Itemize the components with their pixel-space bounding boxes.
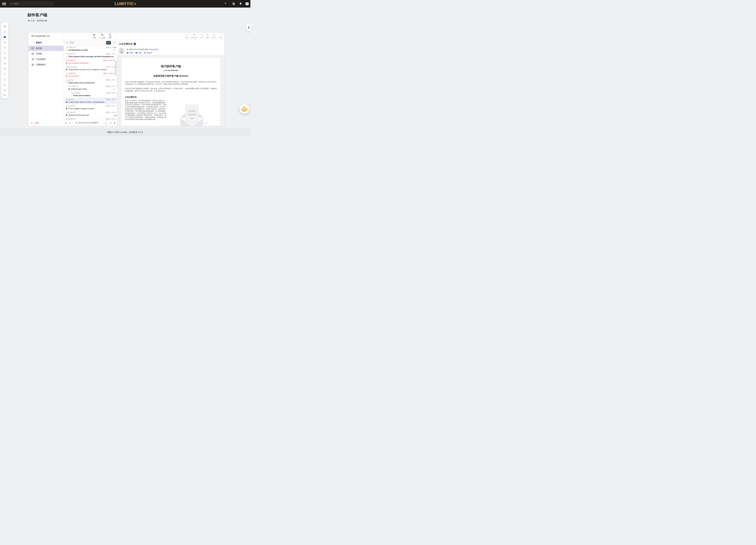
- sidebar-item-dashboard[interactable]: [2, 24, 7, 29]
- sidebar-item-contacts[interactable]: [2, 29, 7, 34]
- thread-collapse-icon[interactable]: [64, 81, 66, 82]
- compose-button[interactable]: 新邮件: [28, 40, 64, 46]
- replyAll-icon: [193, 33, 196, 36]
- dropdown-caret-icon[interactable]: [204, 36, 205, 37]
- top-navbar: 搜索 LUMYTIC T: [0, 0, 250, 8]
- message-row[interactable]: 占位示例文本 星期三 15:44 Fusce dapibus augue ac …: [64, 104, 117, 111]
- last-page-button[interactable]: »: [113, 122, 116, 124]
- toolbar-cursor-button[interactable]: 选择: [93, 33, 96, 39]
- tag-icon: [3, 73, 6, 75]
- info-icon: [135, 52, 137, 54]
- sidebar-item-tags[interactable]: [2, 71, 7, 77]
- breadcrumb-separator: ›: [36, 20, 36, 22]
- message-row[interactable]: 占位示例文本 星期三 15:44 Proin sed mi libero: [64, 91, 117, 98]
- message-详情-link[interactable]: 详情: [127, 52, 133, 54]
- language-globe-icon[interactable]: [232, 2, 235, 5]
- scroll-down-icon[interactable]: [114, 114, 116, 116]
- folder-send[interactable]: 已发送邮件: [28, 57, 64, 62]
- scope-envelope-button[interactable]: [106, 41, 111, 44]
- message-row[interactable]: Layla Hays 星期三 15:44 Morbi varius nunc s…: [64, 78, 117, 85]
- folders-column: 用户@您的域名.com 新邮件 收件箱草稿箱已发送邮件已删除邮件 注销: [28, 33, 64, 126]
- power-icon: [30, 122, 33, 124]
- store-icon: [3, 83, 6, 86]
- copyright-text: 版权 © 2025 Lumytic - 发布版本 3.2.0: [108, 131, 143, 134]
- sidebar-item-products[interactable]: [2, 40, 7, 45]
- next-page-button[interactable]: ›: [110, 122, 112, 124]
- search-icon: [66, 41, 68, 44]
- status-dot: [68, 88, 70, 90]
- folder-draft[interactable]: 草稿箱: [28, 51, 64, 57]
- sidebar-item-services[interactable]: [2, 45, 7, 50]
- sidebar-item-store[interactable]: [2, 82, 7, 87]
- sidebar-item-approvals[interactable]: [2, 50, 7, 55]
- mail-client-panel: 用户@您的域名.com 新邮件 收件箱草稿箱已发送邮件已删除邮件 注销 选择个人…: [28, 33, 224, 126]
- folder-inbox[interactable]: 收件箱: [28, 46, 64, 51]
- bookmark-icon: [213, 33, 216, 36]
- reader-ellipsis-button[interactable]: 更多: [219, 33, 222, 39]
- message-row[interactable]: 占位示例文本 星期三 15:44 pellentesque mollis: [64, 85, 117, 91]
- trash-icon: [31, 63, 34, 66]
- topbar-search-input[interactable]: 搜索: [9, 2, 54, 6]
- reader-bookmark-button[interactable]: 标记为: [212, 33, 217, 39]
- reader-replyAll-button[interactable]: 回复全部: [191, 33, 197, 39]
- breadcrumb-home-link[interactable]: 主页: [28, 19, 35, 22]
- notifications-bell-icon[interactable]: [239, 2, 242, 5]
- page-number-input[interactable]: 1: [103, 121, 109, 125]
- page-footer: 版权 © 2025 Lumytic - 发布版本 3.2.0: [0, 128, 250, 136]
- chatbot-robot-button[interactable]: [240, 104, 249, 114]
- menu-icon[interactable]: [2, 2, 6, 5]
- dropdown-caret-icon[interactable]: [198, 36, 199, 37]
- idcard-icon: [3, 94, 6, 97]
- sidebar-item-cards[interactable]: [2, 93, 7, 98]
- breadcrumb: 主页 › 邮件客户端: [28, 19, 47, 22]
- toolbar-sliders-button[interactable]: 个人选项: [99, 33, 105, 39]
- message-row[interactable]: Divine Shepard 星期三 15:44 Suspendisse id …: [64, 65, 117, 72]
- message-dateline: 在 2025-12-22 18:02 来自 Acme Corp: [127, 48, 158, 51]
- sidebar-item-archive[interactable]: [2, 55, 7, 61]
- user-avatar[interactable]: T: [223, 1, 228, 6]
- message-信头-link[interactable]: 信头: [135, 52, 142, 54]
- sidebar-item-business[interactable]: [2, 66, 7, 71]
- mail-shortcut-icon[interactable]: [245, 2, 249, 6]
- message-row[interactable]: 占位示例文本 星期三 15:44 pharetra lacinia quis s…: [64, 111, 117, 117]
- search-icon: [11, 3, 13, 5]
- ellipsis-icon: [219, 33, 222, 36]
- status-dot: [66, 101, 67, 103]
- status-dot: [66, 56, 67, 57]
- search-options-caret-icon[interactable]: [113, 42, 115, 44]
- message-row[interactable]: 占位示例文本 星期三 15:44 condimentum ut nibh: [64, 46, 117, 52]
- toolbar-refresh-button[interactable]: 刷新: [108, 33, 112, 39]
- first-page-button[interactable]: «: [65, 122, 67, 124]
- message-row[interactable]: 占位示例文本 星期三 15:44 sed ut lorem: [64, 72, 117, 78]
- logout-button[interactable]: 注销: [28, 120, 64, 126]
- sidebar-item-logistics[interactable]: [2, 87, 7, 93]
- message-纯文本-link[interactable]: 纯文本: [144, 52, 152, 54]
- forward-icon: [200, 33, 203, 36]
- refresh-icon: [109, 33, 111, 36]
- status-dot: [66, 69, 67, 70]
- message-row[interactable]: Acme Corp 星期三 15:44 Lorem ipsum dolor si…: [64, 98, 117, 104]
- message-search-bar[interactable]: 搜索: [64, 40, 117, 46]
- prev-page-button[interactable]: ‹: [68, 122, 70, 124]
- sidebar-item-mail[interactable]: [2, 34, 7, 40]
- email-title: 电子邮件客户端: [125, 64, 217, 68]
- message-row[interactable]: 占位示例文本 星期三 15:44 per inceptos himenaeos: [64, 59, 117, 65]
- trash-icon: [206, 33, 209, 36]
- folder-trash[interactable]: 已删除邮件: [28, 62, 64, 67]
- open-in-new-window-icon[interactable]: [134, 43, 136, 45]
- sidebar-item-users[interactable]: [2, 61, 7, 66]
- message-row[interactable]: 占位示例文本 星期三 15:44 Class aptent taciti soc…: [64, 52, 117, 59]
- reply-icon: [185, 33, 188, 36]
- scroll-up-icon[interactable]: [114, 47, 116, 49]
- reader-reply-button[interactable]: 回复: [185, 33, 188, 39]
- reader-trash-button[interactable]: 删除: [206, 33, 209, 39]
- sender-link[interactable]: Acme Corp: [149, 48, 158, 51]
- email-section-title: 占位示例文本: [125, 96, 217, 98]
- brand-logo[interactable]: LUMYTIC: [115, 0, 136, 8]
- user-icon: [3, 30, 6, 33]
- billing-side-tab[interactable]: $: [247, 24, 250, 31]
- sidebar-item-orders[interactable]: [2, 77, 7, 82]
- reader-forward-button[interactable]: 转发: [200, 33, 203, 39]
- mail-icon: [3, 36, 6, 38]
- list-scrollbar[interactable]: [115, 61, 116, 76]
